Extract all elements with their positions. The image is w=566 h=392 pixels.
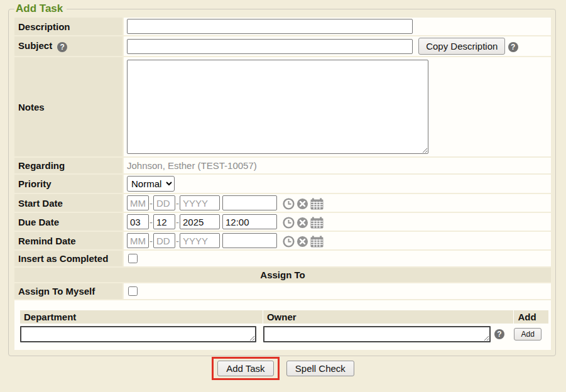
due-date-clear-icon[interactable] (297, 217, 308, 229)
due-time-clock-icon[interactable] (283, 217, 295, 229)
assign-myself-label: Assign To Myself (14, 283, 122, 299)
description-input[interactable] (127, 19, 413, 34)
date-separator: - (176, 236, 179, 246)
due-month-input[interactable] (127, 214, 149, 229)
assign-to-section-header: Assign To (14, 268, 551, 282)
add-task-form: Add Task Description Subject? Copy Descr… (8, 3, 556, 356)
start-date-clear-icon[interactable] (297, 198, 308, 210)
subject-row: Subject? Copy Description ? (14, 36, 551, 56)
start-date-calendar-icon[interactable] (310, 198, 324, 210)
start-day-input[interactable] (153, 195, 175, 210)
date-separator: - (176, 217, 179, 227)
department-input[interactable] (20, 326, 256, 342)
add-task-button[interactable]: Add Task (217, 361, 273, 376)
priority-select[interactable]: Normal (127, 176, 175, 192)
remind-time-clock-icon[interactable] (283, 236, 295, 248)
spell-check-button[interactable]: Spell Check (286, 361, 354, 376)
footer-buttons: Add Task Spell Check (0, 357, 566, 380)
description-label: Description (14, 18, 122, 35)
start-year-input[interactable] (180, 195, 220, 210)
assign-table-header-row: Department Owner Add (20, 310, 548, 324)
due-time-input[interactable] (222, 214, 277, 229)
remind-date-row: Remind Date -- (14, 232, 551, 249)
due-date-calendar-icon[interactable] (310, 217, 324, 229)
insert-completed-label: Insert as Completed (14, 251, 122, 266)
subject-label: Subject (18, 40, 52, 51)
assign-table-input-row: ? Add (20, 324, 548, 344)
copy-description-help-icon[interactable]: ? (508, 42, 518, 52)
assign-table-container: Department Owner Add ? Add (14, 300, 551, 350)
start-month-input[interactable] (127, 195, 149, 210)
notes-label: Notes (14, 57, 122, 156)
due-date-row: Due Date -- (14, 213, 551, 231)
add-assignment-button[interactable]: Add (514, 328, 541, 340)
remind-year-input[interactable] (180, 233, 220, 248)
add-header: Add (514, 310, 548, 324)
form-table: Description Subject? Copy Description ? … (13, 16, 552, 351)
remind-time-input[interactable] (222, 233, 277, 248)
owner-help-icon[interactable]: ? (494, 329, 504, 339)
due-day-input[interactable] (153, 214, 175, 229)
assign-to-header-row: Assign To (14, 268, 551, 282)
due-date-label: Due Date (14, 213, 122, 231)
subject-help-icon[interactable]: ? (57, 42, 67, 52)
notes-textarea[interactable] (127, 60, 428, 154)
owner-header: Owner (263, 310, 514, 324)
priority-row: Priority Normal (14, 175, 551, 193)
start-date-row: Start Date -- (14, 194, 551, 212)
remind-date-clear-icon[interactable] (297, 236, 308, 248)
start-time-clock-icon[interactable] (283, 198, 295, 210)
subject-label-cell: Subject? (14, 36, 122, 56)
assign-table: Department Owner Add ? Add (19, 310, 549, 344)
date-separator: - (176, 198, 179, 209)
remind-date-label: Remind Date (14, 232, 122, 249)
assign-table-row: Department Owner Add ? Add (14, 300, 551, 350)
start-date-label: Start Date (14, 194, 122, 212)
start-time-input[interactable] (222, 195, 277, 210)
notes-row: Notes (14, 57, 551, 156)
add-task-highlight-box: Add Task (212, 357, 279, 380)
description-row: Description (14, 18, 551, 35)
insert-completed-row: Insert as Completed (14, 251, 551, 266)
insert-completed-checkbox[interactable] (128, 254, 138, 263)
remind-day-input[interactable] (153, 233, 175, 248)
copy-description-button[interactable]: Copy Description (418, 38, 505, 55)
regarding-value: Johnson, Esther (TEST-10057) (127, 160, 257, 171)
date-separator: - (150, 236, 153, 246)
assign-myself-checkbox[interactable] (128, 286, 138, 296)
remind-date-calendar-icon[interactable] (310, 236, 324, 248)
regarding-row: Regarding Johnson, Esther (TEST-10057) (14, 158, 551, 173)
department-header: Department (20, 310, 263, 324)
date-separator: - (150, 198, 153, 209)
owner-input[interactable] (263, 326, 491, 342)
form-title: Add Task (14, 3, 67, 15)
due-year-input[interactable] (180, 214, 220, 229)
priority-label: Priority (14, 175, 122, 193)
regarding-label: Regarding (14, 158, 122, 173)
subject-input[interactable] (127, 39, 413, 54)
remind-month-input[interactable] (127, 233, 149, 248)
assign-myself-row: Assign To Myself (14, 283, 551, 299)
date-separator: - (150, 217, 153, 227)
